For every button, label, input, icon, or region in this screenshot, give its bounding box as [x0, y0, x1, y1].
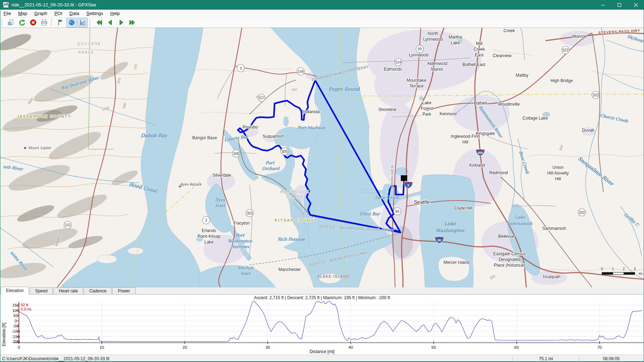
first-track-button[interactable]	[94, 18, 104, 27]
status-bar: C:\Users\FJK\Documents\ride__2021-05-12_…	[0, 355, 644, 362]
open-file-button[interactable]	[6, 18, 16, 27]
map-label: Poulsbo	[242, 125, 258, 130]
map-label: Redmond	[489, 170, 508, 175]
svg-text:99: 99	[418, 47, 422, 51]
menu-data[interactable]: Data	[66, 10, 83, 17]
window-title: ride__2021-05-12_09-20-33.fit - GPXSee	[11, 2, 595, 7]
graph-tab-bar: Elevation Speed Heart rate Cadence Power	[0, 287, 644, 295]
route-shield: 305	[281, 148, 288, 155]
close-button[interactable]	[628, 0, 644, 10]
map-label: Monroe	[572, 34, 587, 39]
route-shield: 522	[562, 46, 569, 54]
map-label: Mercer Island	[444, 260, 470, 265]
map-label: Lake	[451, 40, 460, 45]
route-shield: 101	[64, 221, 72, 229]
svg-text:203: 203	[593, 93, 599, 97]
toolbar-grip[interactable]	[90, 19, 92, 26]
toolbar	[0, 17, 644, 28]
next-track-button[interactable]	[116, 18, 126, 27]
map-label: Port	[236, 233, 245, 238]
map-label: AURORA AVE N	[390, 166, 394, 189]
map-label: Woodinville	[498, 102, 520, 107]
map-label: Washington	[436, 227, 465, 233]
print-file-button[interactable]	[39, 18, 49, 27]
svg-text:101: 101	[65, 223, 71, 227]
map-label: Terrace	[409, 84, 424, 89]
map-label: Bothell East	[462, 62, 486, 67]
toolbar-grip[interactable]	[51, 19, 53, 26]
map-label: Clyde Hill	[454, 206, 472, 211]
map-label: Shoreline	[378, 107, 397, 112]
tab-cadence[interactable]: Cadence	[84, 287, 112, 294]
show-graphs-button[interactable]	[77, 18, 88, 27]
svg-text:303: 303	[247, 211, 253, 215]
map-label: North	[428, 31, 438, 36]
svg-text:99: 99	[395, 210, 399, 213]
route-shield: 524	[395, 59, 402, 66]
map-label: KITSAP COUNTY	[275, 218, 317, 222]
reload-icon	[19, 19, 26, 26]
svg-text:-100: -100	[11, 329, 20, 333]
map-label: RANGE	[78, 50, 94, 54]
map-label: Rich Passage	[278, 237, 306, 242]
map-label: Mount Jupiter	[29, 146, 51, 150]
status-file-path: C:\Users\FJK\Documents\ride__2021-05-12_…	[2, 356, 109, 361]
toolbar-grip[interactable]	[1, 19, 4, 26]
map-label: BLAKE ISLAND	[317, 275, 349, 278]
tab-elevation[interactable]: Elevation	[1, 287, 29, 295]
reload-file-button[interactable]	[17, 18, 27, 27]
svg-text:1: 1	[612, 267, 614, 271]
previous-track-button[interactable]	[105, 18, 115, 27]
menu-settings[interactable]: Settings	[83, 10, 107, 17]
map-label: Place (historical)	[494, 263, 526, 268]
map-label: Eastgate Census	[493, 251, 526, 256]
map-label: Silverdale	[213, 173, 231, 178]
map-label: Lake	[515, 215, 525, 220]
show-map-button[interactable]	[66, 18, 77, 27]
map-label: Clearview	[493, 53, 512, 58]
map-label: East	[475, 52, 484, 57]
map-label: Maltby	[516, 73, 528, 78]
map-label: Manchester	[278, 267, 301, 272]
elevation-graph[interactable]: 150100500-50-100-150-200010203040506070 …	[0, 301, 644, 355]
map-label: BAINBRIDGE	[280, 190, 310, 194]
menu-bar: File Map Graph POI Data Settings Help	[0, 10, 644, 17]
route-shield: 99	[394, 208, 401, 215]
menu-file[interactable]: File	[0, 10, 15, 17]
menu-map[interactable]: Map	[15, 10, 31, 17]
map-label: Duvall	[582, 128, 594, 133]
minimize-icon	[601, 3, 605, 7]
svg-text:3: 3	[634, 267, 636, 271]
svg-text:5: 5	[407, 183, 409, 187]
map-label: 100	[291, 87, 297, 91]
svg-text:-200: -200	[11, 340, 20, 344]
route-shield: 202	[578, 209, 586, 216]
close-file-button[interactable]	[28, 18, 38, 27]
svg-text:-150: -150	[11, 335, 20, 339]
menu-poi[interactable]: POI	[51, 10, 66, 17]
tab-power[interactable]: Power	[112, 287, 135, 294]
show-poi-button[interactable]	[55, 18, 66, 27]
map-label: Lynnwood	[423, 37, 443, 42]
map-label: Hill	[462, 140, 469, 145]
svg-text:-50: -50	[13, 324, 19, 328]
menu-help[interactable]: Help	[107, 10, 123, 17]
minimize-button[interactable]	[595, 0, 611, 10]
map-label: Point-Kitsap	[198, 234, 221, 239]
map-label: Port Madison	[297, 125, 325, 130]
graph-y-axis-label: Elevation [ft]	[1, 323, 6, 346]
menu-graph[interactable]: Graph	[31, 10, 51, 17]
maximize-button[interactable]	[611, 0, 628, 10]
map-label: QUILCENE	[77, 42, 101, 46]
svg-text:522: 522	[563, 48, 569, 52]
map-canvas[interactable]: 3104307305308330399524995222032021015904…	[0, 28, 644, 287]
tab-heart-rate[interactable]: Heart rate	[53, 287, 83, 294]
svg-text:0: 0	[15, 319, 17, 323]
route-shield: 3	[203, 217, 210, 224]
svg-text:104: 104	[298, 70, 304, 74]
last-track-button[interactable]	[127, 18, 137, 27]
tab-speed[interactable]: Speed	[30, 287, 53, 294]
map-label: Creek	[474, 47, 485, 52]
map-label: Lake	[444, 221, 456, 226]
map-label: Seattle	[414, 199, 430, 205]
